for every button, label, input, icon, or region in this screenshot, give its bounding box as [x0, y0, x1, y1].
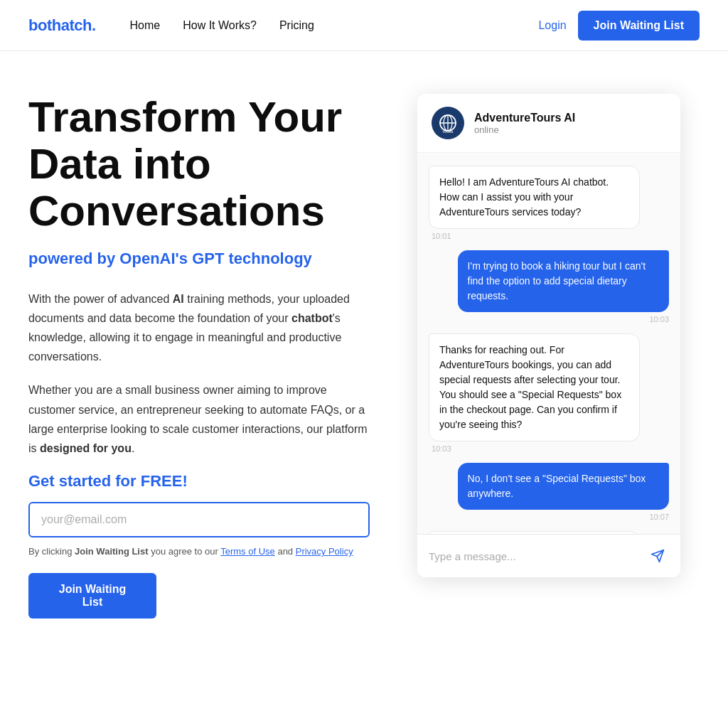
- terms-of-use-link[interactable]: Terms of Use: [220, 546, 275, 557]
- nav-how-it-works[interactable]: How It Works?: [183, 19, 257, 32]
- message-time: 10:01: [429, 232, 451, 240]
- login-button[interactable]: Login: [538, 19, 566, 32]
- message-time: 10:03: [649, 315, 669, 323]
- navbar-left: bothatch. Home How It Works? Pricing: [28, 16, 314, 35]
- message-1: Hello! I am AdventureTours AI chatbot. H…: [429, 166, 640, 240]
- message-3: Thanks for reaching out. For AdventureTo…: [429, 333, 640, 453]
- chat-widget: TOURS AdventureTours AI online Hello! I …: [417, 94, 680, 577]
- hero-title: Transform Your Data into Conversations: [28, 94, 370, 235]
- join-waiting-list-button-nav[interactable]: Join Waiting List: [578, 11, 700, 41]
- chat-input[interactable]: [429, 550, 639, 562]
- submit-join-button[interactable]: Join Waiting List: [28, 573, 156, 619]
- nav-pricing[interactable]: Pricing: [279, 19, 314, 32]
- navbar-right: Login Join Waiting List: [538, 11, 700, 41]
- nav-home[interactable]: Home: [130, 19, 161, 32]
- navbar: bothatch. Home How It Works? Pricing Log…: [0, 0, 728, 51]
- main-content: Transform Your Data into Conversations p…: [0, 51, 728, 647]
- message-bubble: No, I don't see a "Special Requests" box…: [458, 463, 669, 510]
- message-4: No, I don't see a "Special Requests" box…: [458, 463, 669, 521]
- message-bubble: Hello! I am AdventureTours AI chatbot. H…: [429, 166, 640, 229]
- chat-send-button[interactable]: [646, 545, 669, 567]
- logo-text: bothatch: [28, 16, 92, 34]
- right-column: TOURS AdventureTours AI online Hello! I …: [398, 94, 700, 619]
- message-bubble: I'm trying to book a hiking tour but I c…: [458, 250, 669, 312]
- chat-header: TOURS AdventureTours AI online: [417, 94, 680, 153]
- privacy-policy-link[interactable]: Privacy Policy: [296, 546, 353, 557]
- nav-links: Home How It Works? Pricing: [130, 19, 314, 32]
- agent-name: AdventureTours AI: [474, 112, 575, 124]
- message-time: 10:07: [649, 513, 669, 521]
- hero-body-2: Whether you are a small business owner a…: [28, 380, 370, 458]
- left-column: Transform Your Data into Conversations p…: [28, 94, 370, 619]
- message-5: My apologies for the confusion. It appea…: [429, 531, 640, 534]
- chat-input-area: [417, 534, 680, 577]
- logo: bothatch.: [28, 16, 96, 35]
- svg-text:TOURS: TOURS: [443, 130, 454, 134]
- chat-header-info: AdventureTours AI online: [474, 112, 575, 135]
- hero-subtitle: powered by OpenAI's GPT technology: [28, 249, 370, 269]
- disclaimer: By clicking Join Waiting List you agree …: [28, 545, 370, 559]
- logo-dot: .: [92, 16, 96, 34]
- chat-messages: Hello! I am AdventureTours AI chatbot. H…: [417, 153, 680, 534]
- chat-avatar: TOURS: [432, 107, 464, 139]
- message-time: 10:03: [429, 444, 451, 453]
- cta-label: Get started for FREE!: [28, 472, 370, 491]
- agent-status: online: [474, 124, 575, 135]
- message-bubble: Thanks for reaching out. For AdventureTo…: [429, 333, 640, 441]
- message-bubble: My apologies for the confusion. It appea…: [429, 531, 640, 534]
- hero-body-1: With the power of advanced AI training m…: [28, 289, 370, 367]
- message-2: I'm trying to book a hiking tour but I c…: [458, 250, 669, 323]
- email-input[interactable]: [28, 502, 370, 537]
